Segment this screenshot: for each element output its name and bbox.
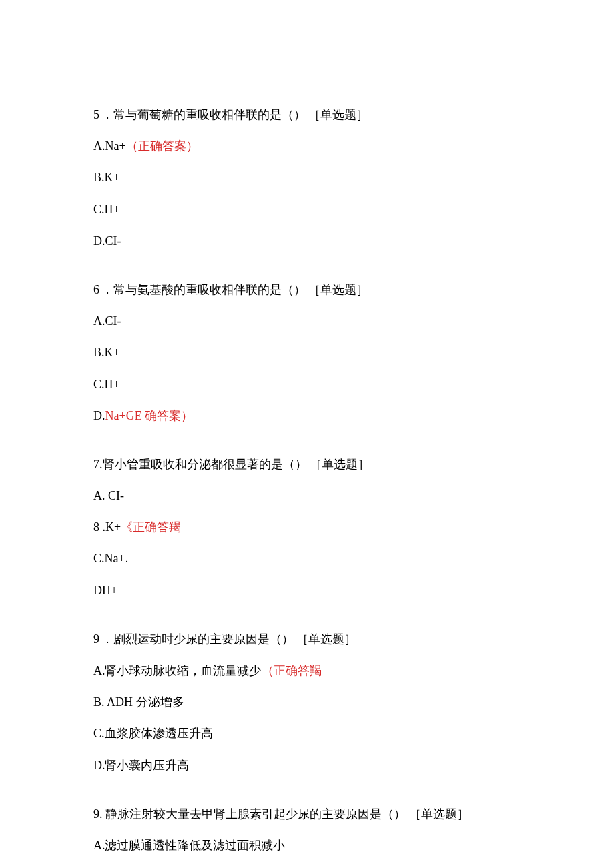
q7-option-c: C.Na+. <box>93 550 521 567</box>
q8-stem: 剧烈运动时少尿的主要原因是（） ［单选题］ <box>113 632 357 646</box>
question-8: 9．剧烈运动时少尿的主要原因是（） ［单选题］ A.肾小球动脉收缩，血流量减少（… <box>93 631 521 774</box>
question-6: 6．常与氨基酸的重吸收相伴联的是（） ［单选题］ A.CI- B.K+ C.H+… <box>93 282 521 424</box>
q5-option-c: C.H+ <box>93 201 521 218</box>
q5-option-d: D.CI- <box>93 233 521 250</box>
q7-option-a: A. CI- <box>93 488 521 504</box>
question-7-text: 7.肾小管重吸收和分泌都很显著的是（） ［单选题］ <box>93 456 521 473</box>
question-9: 9. 静脉注射较大量去甲肾上腺素引起少尿的主要原因是（） ［单选题］ A.滤过膜… <box>93 806 521 854</box>
q8-number: 9 <box>93 632 101 646</box>
question-5: 5．常与葡萄糖的重吸收相伴联的是（） ［单选题］ A.Na+（正确答案） B.K… <box>93 107 521 250</box>
q6-stem: 常与氨基酸的重吸收相伴联的是（） ［单选题］ <box>113 283 369 296</box>
q8-option-b: B. ADH 分泌增多 <box>93 694 521 711</box>
question-7: 7.肾小管重吸收和分泌都很显著的是（） ［单选题］ A. CI- 8 .K+《正… <box>93 456 521 599</box>
q5-dot: ． <box>101 108 113 121</box>
q6-d-prefix: D. <box>93 409 105 422</box>
q7-b-highlight: 《正确答羯 <box>121 520 181 534</box>
q8-option-d: D.肾小囊内压升高 <box>93 757 521 774</box>
question-8-text: 9．剧烈运动时少尿的主要原因是（） ［单选题］ <box>93 631 521 648</box>
q7-option-d: DH+ <box>93 582 521 599</box>
q6-option-c: C.H+ <box>93 376 521 393</box>
question-6-text: 6．常与氨基酸的重吸收相伴联的是（） ［单选题］ <box>93 282 521 298</box>
q5-number: 5 <box>93 108 101 121</box>
q5-option-a: A.Na+（正确答案） <box>93 138 521 155</box>
q6-option-b: B.K+ <box>93 344 521 361</box>
q6-dot: ． <box>101 283 113 296</box>
q9-option-a: A.滤过膜通透性降低及滤过面积减小 <box>93 837 521 854</box>
q5-stem: 常与葡萄糖的重吸收相伴联的是（） ［单选题］ <box>113 108 369 121</box>
q8-a-highlight: （正确答羯 <box>262 664 322 677</box>
q8-option-a: A.肾小球动脉收缩，血流量减少（正确答羯 <box>93 663 521 679</box>
question-5-text: 5．常与葡萄糖的重吸收相伴联的是（） ［单选题］ <box>93 107 521 123</box>
q5-a-highlight: （正确答案） <box>126 139 198 153</box>
q5-a-prefix: A.Na+ <box>93 139 126 153</box>
q6-d-highlight: Na+GE 确答案） <box>105 409 194 422</box>
q8-dot: ． <box>101 632 113 646</box>
q5-option-b: B.K+ <box>93 169 521 186</box>
q8-a-prefix: A.肾小球动脉收缩，血流量减少 <box>93 664 262 677</box>
question-9-text: 9. 静脉注射较大量去甲肾上腺素引起少尿的主要原因是（） ［单选题］ <box>93 806 521 823</box>
q8-option-c: C.血浆胶体渗透压升高 <box>93 725 521 742</box>
q7-b-prefix: 8 .K+ <box>93 520 121 534</box>
q6-number: 6 <box>93 283 101 296</box>
q6-option-d: D.Na+GE 确答案） <box>93 408 521 424</box>
q6-option-a: A.CI- <box>93 313 521 330</box>
q7-option-b: 8 .K+《正确答羯 <box>93 519 521 536</box>
